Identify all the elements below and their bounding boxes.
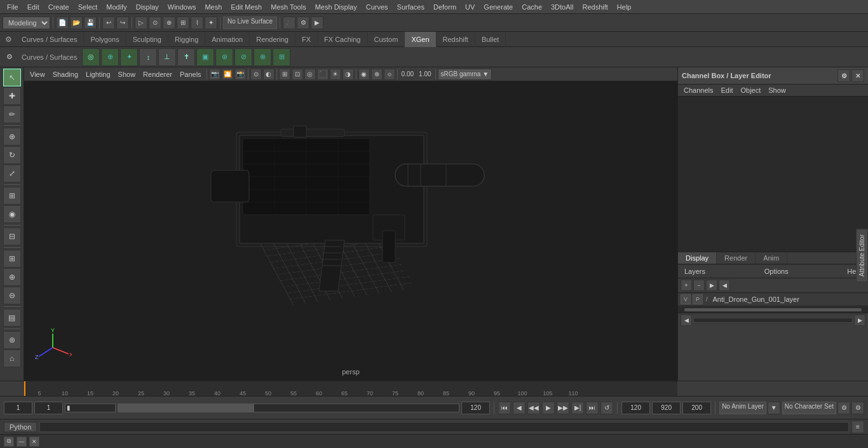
vp-menu-show[interactable]: Show [115,70,139,79]
cb-menu-channels[interactable]: Channels [681,86,716,95]
layers-menu-layers[interactable]: Layers [682,267,708,276]
rotate-tool[interactable]: ↻ [3,146,21,164]
live-surface-btn[interactable]: No Live Surface [223,17,277,29]
smooth-icon[interactable]: ◎ [304,69,316,80]
vp-menu-lighting[interactable]: Lighting [83,70,114,79]
shelf-icon-10[interactable]: ⊗ [254,48,271,66]
layer-prev-icon[interactable]: ◀ [719,280,730,291]
menu-redshift[interactable]: Redshift [578,2,612,12]
layers-scroll-right[interactable]: ▶ [854,315,865,326]
cb-close-icon[interactable]: ✕ [851,69,864,82]
loop-btn[interactable]: ↺ [600,402,613,414]
range-end3-field[interactable]: 200 [682,402,711,414]
shelf-icon-7[interactable]: ▣ [196,48,214,66]
playback-range-slider[interactable] [118,404,459,412]
tab-redshift[interactable]: Redshift [437,32,475,47]
layers-scroll-thumb[interactable] [684,308,862,311]
start-frame-field[interactable]: 1 [34,402,63,414]
tab-sculpting[interactable]: Sculpting [126,32,168,47]
script-editor-icon[interactable]: ≡ [851,421,864,433]
shelf-icon-2[interactable]: ⊕ [101,48,119,66]
snap-grid-icon[interactable]: ⊞ [177,17,189,29]
paint-tool-icon[interactable]: ⊕ [163,17,175,29]
select-tool[interactable]: ↖ [3,69,21,86]
tab-rendering[interactable]: Rendering [250,32,295,47]
layer-options-icon[interactable]: ▶ [706,280,717,291]
menu-edit-mesh[interactable]: Edit Mesh [226,2,266,12]
texture-icon[interactable]: ⬛ [317,69,329,80]
play-btn[interactable]: ▶ [542,402,555,414]
menu-windows[interactable]: Windows [163,2,201,12]
colorspace-selector[interactable]: sRGB gamma ▼ [438,69,492,80]
dra-tab-anim[interactable]: Anim [756,252,787,264]
layers-menu-options[interactable]: Options [762,267,791,276]
dra-tab-display[interactable]: Display [678,252,717,264]
tab-fx-caching[interactable]: FX Caching [318,32,367,47]
python-mode-btn[interactable]: Python [4,422,37,432]
anim-layer-dropdown[interactable]: No Anim Layer [719,402,766,414]
redo-icon[interactable]: ↪ [116,17,129,29]
menu-create[interactable]: Create [44,2,74,12]
snap-tool[interactable]: ⊞ [3,187,21,205]
cb-menu-show[interactable]: Show [765,86,789,95]
cam-icon-1[interactable]: 📷 [209,69,220,80]
minus-icon[interactable]: ⊖ [3,287,21,304]
range-end2-field[interactable]: 120 [621,402,650,414]
menu-select[interactable]: Select [74,2,102,12]
new-layer-icon[interactable]: + [681,280,692,291]
tab-curves-surfaces[interactable]: Curves / Surfaces [15,32,84,47]
shelf-icon-6[interactable]: ✝ [177,48,195,66]
menu-surfaces[interactable]: Surfaces [393,2,429,12]
cb-settings-icon[interactable]: ⚙ [837,69,850,82]
range-end-field[interactable]: 120 [461,402,490,414]
snap-point-icon[interactable]: ✦ [205,17,217,29]
dra-tab-render[interactable]: Render [717,252,756,264]
menu-uv[interactable]: UV [461,2,479,12]
menu-generate[interactable]: Generate [479,2,517,12]
dof-icon[interactable]: ⌾ [384,69,395,80]
vp-menu-view[interactable]: View [27,70,48,79]
cb-menu-edit[interactable]: Edit [717,86,736,95]
move-tool[interactable]: ⊕ [3,128,21,146]
plus-icon[interactable]: ⊕ [3,268,21,286]
tab-bullet[interactable]: Bullet [475,32,506,47]
play-back-btn[interactable]: ◀◀ [527,402,540,414]
tab-xgen[interactable]: XGen [405,32,436,47]
grid-toggle-icon[interactable]: ⊞ [279,69,290,80]
render-settings-icon[interactable]: ⚙ [297,17,309,29]
snap-curve-icon[interactable]: ⌇ [191,17,203,29]
cb-menu-object[interactable]: Object [737,86,764,95]
attr-editor-tab[interactable]: Attribute Editor [856,229,868,282]
range-start3-field[interactable]: 920 [652,402,681,414]
vp-menu-renderer[interactable]: Renderer [140,70,175,79]
menu-mesh[interactable]: Mesh [200,2,226,12]
tab-custom[interactable]: Custom [368,32,405,47]
layer-vis-toggle[interactable]: V [681,294,691,304]
lasso-tool-icon[interactable]: ⊙ [149,17,161,29]
win-restore-icon[interactable]: ⧉ [4,437,14,447]
tab-animation[interactable]: Animation [205,32,250,47]
grid-icon[interactable]: ⊞ [3,250,21,268]
menu-curves[interactable]: Curves [362,2,393,12]
undo-icon[interactable]: ↩ [102,17,115,29]
menu-file[interactable]: File [3,2,23,12]
script-input[interactable] [39,422,849,432]
shelf-icon-5[interactable]: ⊥ [158,48,176,66]
current-frame-field[interactable]: 1 [4,402,32,414]
playhead[interactable] [24,381,25,397]
transform-tool[interactable]: ✚ [3,87,21,105]
skip-to-start-btn[interactable]: ⏮ [498,402,511,414]
menu-deform[interactable]: Deform [429,2,461,12]
shelf-icon-9[interactable]: ⊘ [234,48,252,66]
menu-mesh-tools[interactable]: Mesh Tools [266,2,310,12]
layer-play-toggle[interactable]: P [693,294,703,304]
shelf-settings-icon[interactable]: ⚙ [3,50,17,64]
menu-3dtool[interactable]: 3DtoAll [546,2,578,12]
shelf-icon-11[interactable]: ⊞ [273,48,290,66]
render-icon[interactable]: 🎥 [283,17,295,29]
shadow-icon[interactable]: ◑ [342,69,354,80]
vp-menu-shading[interactable]: Shading [50,70,81,79]
shelf-icon-8[interactable]: ⊛ [215,48,233,66]
tab-fx[interactable]: FX [295,32,318,47]
viewport-3d[interactable]: X Y Z persp [24,81,677,381]
